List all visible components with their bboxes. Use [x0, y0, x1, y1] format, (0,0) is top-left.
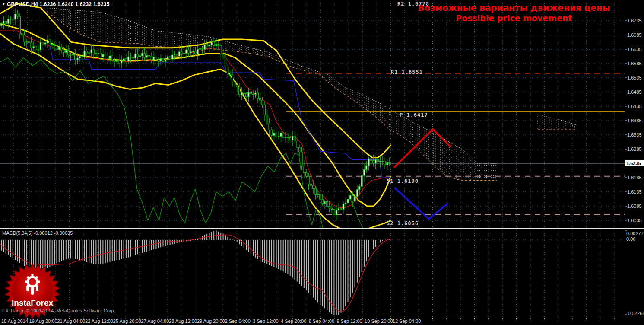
- time-axis-label: 29 Aug 20:00: [197, 319, 225, 324]
- pivot-label: S2 1.6056: [387, 220, 419, 226]
- price-chart-canvas[interactable]: [0, 0, 644, 325]
- instaforex-logo-text: InstaForex: [3, 298, 61, 308]
- price-axis-label: 1.6485: [627, 89, 642, 95]
- time-axis-label: 3 Sep 12:00: [253, 319, 278, 324]
- chart-window[interactable]: ▼ GBPUSD,H4 1.6236 1.6240 1.6232 1.6235 …: [0, 0, 644, 325]
- time-axis-label: 21 Aug 04:00: [57, 319, 85, 324]
- time-axis-label: 28 Aug 12:00: [169, 319, 197, 324]
- time-axis-label: 27 Aug 04:00: [141, 319, 169, 324]
- price-axis-label: 1.6385: [627, 118, 642, 123]
- macd-axis-min: -0.02266: [626, 311, 644, 316]
- price-axis-label: 1.6685: [627, 32, 642, 38]
- time-axis-label: 2 Sep 04:00: [225, 319, 251, 324]
- price-axis-label: 1.6085: [627, 204, 642, 209]
- indicator-label: MACD(5,34,5) -0.00012 -0.00035: [2, 230, 73, 236]
- price-axis-label: 1.6185: [627, 175, 642, 180]
- time-axis-label: 10 Sep 20:00: [365, 319, 393, 324]
- price-axis-label: 1.6035: [627, 218, 642, 223]
- time-axis-label: 9 Sep 12:00: [336, 319, 362, 324]
- symbol-title: GBPUSD,H4 1.6236 1.6240 1.6232 1.6235: [7, 1, 110, 7]
- time-axis-label: 12 Sep 04:00: [393, 319, 421, 324]
- price-axis-label: 1.6585: [627, 61, 642, 66]
- time-axis-label: 25 Aug 20:00: [113, 319, 141, 324]
- price-axis-label: 1.6735: [627, 18, 642, 23]
- pivot-label: P 1.6417: [400, 112, 428, 118]
- copyright-text: IFX Trader, © 2001-2014, MetaQuotes Soft…: [1, 308, 115, 313]
- price-axis-label: 1.6135: [627, 189, 642, 194]
- price-axis-label: 1.6335: [627, 132, 642, 137]
- price-axis-label: 1.6435: [627, 104, 642, 109]
- pivot-label: R1 1.6551: [391, 69, 423, 75]
- annotation-ru: Возможные варианты движения цены: [415, 3, 613, 13]
- chart-dropdown-icon[interactable]: ▼: [2, 2, 6, 6]
- time-axis-label: 4 Sep 20:00: [281, 319, 306, 324]
- price-axis-label: 1.6285: [627, 147, 642, 152]
- price-axis-label: 1.6635: [627, 47, 642, 52]
- macd-axis-max: 0.00277: [626, 231, 644, 236]
- time-axis-label: 8 Sep 04:00: [309, 319, 334, 324]
- time-axis-label: 22 Aug 12:00: [85, 319, 113, 324]
- current-price-tag: 1.6235: [625, 160, 644, 166]
- pivot-label: S1 1.6190: [387, 178, 419, 184]
- pivot-label: R2 1.6778: [397, 1, 429, 7]
- annotation-en: Possible price movement: [415, 13, 613, 23]
- price-axis-label: 1.6535: [627, 75, 642, 80]
- macd-axis-zero: 0.00: [626, 236, 635, 242]
